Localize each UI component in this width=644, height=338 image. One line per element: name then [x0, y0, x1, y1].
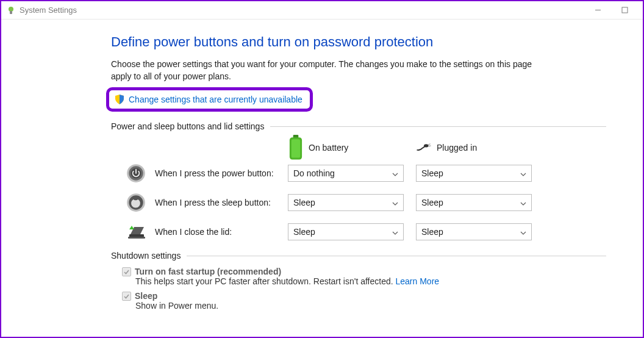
- col-plugged-label: Plugged in: [437, 143, 477, 153]
- svg-point-0: [9, 7, 13, 12]
- svg-point-7: [424, 144, 429, 147]
- page-heading: Define power buttons and turn on passwor…: [111, 34, 606, 50]
- chevron-down-icon: [520, 198, 526, 207]
- power-button-icon: [126, 163, 146, 184]
- select-lid-plugged[interactable]: Sleep: [416, 223, 532, 240]
- row-lid: When I close the lid: Sleep Sleep: [111, 221, 606, 242]
- select-value: Sleep: [421, 168, 443, 178]
- chevron-down-icon: [392, 198, 398, 207]
- svg-rect-16: [128, 237, 145, 239]
- row-power-label: When I press the power button:: [155, 168, 288, 178]
- checkbox-fast-startup[interactable]: [122, 267, 131, 276]
- chevron-down-icon: [520, 168, 526, 178]
- section-shutdown-header: Shutdown settings: [111, 251, 606, 261]
- sleep-button-icon: [126, 192, 146, 213]
- select-value: Sleep: [421, 227, 443, 237]
- sleep-label: Sleep: [135, 291, 157, 301]
- page-description: Choose the power settings that you want …: [111, 59, 550, 82]
- shutdown-fast-startup: Turn on fast startup (recommended) This …: [122, 267, 606, 286]
- checkbox-sleep[interactable]: [122, 292, 131, 301]
- select-sleep-battery[interactable]: Sleep: [288, 194, 404, 211]
- column-headers: On battery Plugged in: [288, 137, 606, 158]
- maximize-button[interactable]: [611, 1, 638, 20]
- select-power-plugged[interactable]: Sleep: [416, 165, 532, 182]
- row-sleep-button: When I press the sleep button: Sleep Sle…: [111, 192, 606, 213]
- svg-rect-6: [292, 139, 300, 157]
- svg-line-8: [428, 144, 431, 145]
- fast-startup-desc: This helps start your PC faster after sh…: [135, 276, 396, 286]
- chevron-down-icon: [392, 227, 398, 237]
- plug-icon: [416, 137, 432, 158]
- select-lid-battery[interactable]: Sleep: [288, 223, 404, 240]
- app-icon: [6, 5, 16, 15]
- select-value: Do nothing: [293, 168, 335, 178]
- change-settings-link[interactable]: Change settings that are currently unava…: [129, 95, 302, 104]
- select-value: Sleep: [293, 198, 315, 207]
- svg-rect-3: [622, 7, 628, 13]
- titlebar: System Settings: [1, 1, 643, 20]
- svg-rect-1: [10, 11, 12, 14]
- row-sleep-label: When I press the sleep button:: [155, 198, 288, 207]
- row-lid-label: When I close the lid:: [155, 227, 288, 237]
- sleep-desc: Show in Power menu.: [135, 301, 218, 311]
- select-sleep-plugged[interactable]: Sleep: [416, 194, 532, 211]
- select-value: Sleep: [293, 227, 315, 237]
- learn-more-link[interactable]: Learn More: [396, 276, 440, 286]
- section-power-sleep-header: Power and sleep buttons and lid settings: [111, 121, 606, 131]
- section-title: Power and sleep buttons and lid settings: [111, 121, 264, 131]
- lid-icon: [126, 221, 146, 242]
- section-title: Shutdown settings: [111, 251, 181, 261]
- divider: [187, 256, 606, 256]
- chevron-down-icon: [520, 227, 526, 237]
- col-plugged: Plugged in: [416, 137, 532, 158]
- fast-startup-label: Turn on fast startup (recommended): [135, 267, 281, 276]
- minimize-button[interactable]: [584, 1, 611, 20]
- col-battery-label: On battery: [309, 143, 348, 153]
- divider: [270, 126, 606, 127]
- change-settings-highlight: Change settings that are currently unava…: [106, 87, 313, 112]
- select-value: Sleep: [421, 198, 443, 207]
- select-power-battery[interactable]: Do nothing: [288, 165, 404, 182]
- shield-icon: [114, 94, 125, 105]
- shutdown-sleep: Sleep Show in Power menu.: [122, 291, 606, 311]
- content-area: Define power buttons and turn on passwor…: [1, 20, 643, 311]
- svg-line-9: [429, 146, 431, 146]
- col-battery: On battery: [288, 137, 404, 158]
- row-power-button: When I press the power button: Do nothin…: [111, 163, 606, 184]
- battery-icon: [288, 137, 304, 158]
- window-title: System Settings: [20, 5, 77, 15]
- chevron-down-icon: [392, 168, 398, 178]
